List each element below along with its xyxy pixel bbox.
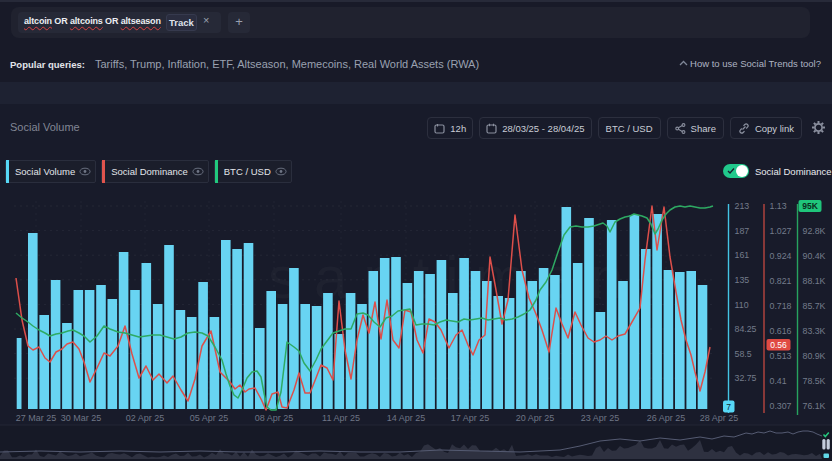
svg-text:92.8K: 92.8K [803, 226, 826, 236]
svg-text:0.821: 0.821 [770, 276, 792, 286]
svg-text:76.1K: 76.1K [803, 401, 826, 411]
svg-text:7: 7 [726, 402, 731, 412]
svg-text:30 Mar 25: 30 Mar 25 [61, 413, 102, 423]
svg-text:32.75: 32.75 [735, 373, 757, 383]
svg-text:0.56: 0.56 [770, 340, 787, 350]
svg-text:26 Apr 25: 26 Apr 25 [647, 413, 686, 423]
svg-text:11 Apr 25: 11 Apr 25 [322, 413, 360, 423]
svg-text:02 Apr 25: 02 Apr 25 [126, 413, 165, 423]
svg-text:0.513: 0.513 [770, 351, 792, 361]
svg-text:135: 135 [735, 275, 750, 285]
svg-text:110: 110 [735, 300, 749, 310]
svg-text:85.7K: 85.7K [803, 301, 826, 311]
svg-text:84.25: 84.25 [735, 324, 757, 334]
svg-text:1.13: 1.13 [770, 201, 787, 211]
svg-text:0.718: 0.718 [770, 301, 792, 311]
svg-text:83.3K: 83.3K [803, 326, 826, 336]
svg-text:1.027: 1.027 [770, 226, 792, 236]
svg-text:0.616: 0.616 [770, 326, 792, 336]
svg-text:213: 213 [735, 201, 750, 211]
svg-text:20 Apr 25: 20 Apr 25 [516, 413, 555, 423]
svg-text:08 Apr 25: 08 Apr 25 [255, 413, 294, 423]
svg-text:0.41: 0.41 [770, 376, 787, 386]
svg-text:0.307: 0.307 [770, 401, 792, 411]
svg-text:58.5: 58.5 [735, 349, 752, 359]
svg-text:27 Mar 25: 27 Mar 25 [16, 413, 57, 423]
svg-text:23 Apr 25: 23 Apr 25 [581, 413, 620, 423]
svg-text:161: 161 [735, 250, 750, 260]
svg-text:90.4K: 90.4K [803, 251, 826, 261]
svg-text:17 Apr 25: 17 Apr 25 [451, 413, 490, 423]
svg-text:0.924: 0.924 [770, 251, 792, 261]
svg-text:88.1K: 88.1K [803, 276, 826, 286]
svg-text:28 Apr 25: 28 Apr 25 [700, 413, 739, 423]
svg-text:95K: 95K [802, 201, 818, 211]
svg-text:187: 187 [735, 226, 750, 236]
svg-text:78.5K: 78.5K [803, 376, 826, 386]
svg-text:80.9K: 80.9K [803, 351, 826, 361]
svg-text:14 Apr 25: 14 Apr 25 [387, 413, 426, 423]
svg-text:05 Apr 25: 05 Apr 25 [190, 413, 229, 423]
